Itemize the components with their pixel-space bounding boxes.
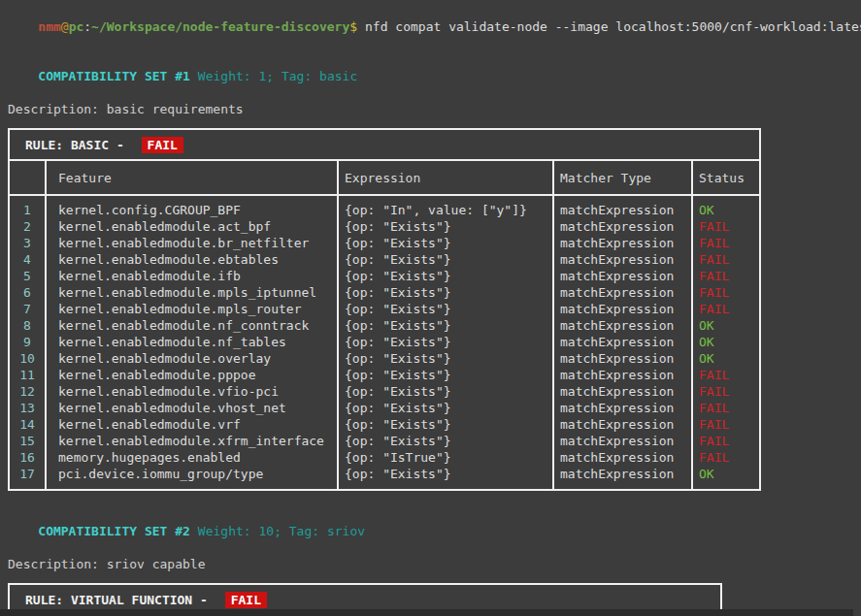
matcher-cell: matchExpression <box>552 334 691 350</box>
expression-cell: {op: "IsTrue"} <box>337 449 552 466</box>
expression-cell: {op: "Exists"} <box>337 218 552 235</box>
status-cell: FAIL <box>691 416 759 433</box>
column-divider <box>691 161 693 489</box>
table-row: 8 kernel.enabledmodule.nf_conntrack {op:… <box>10 317 759 334</box>
expression-cell: {op: "Exists"} <box>337 235 552 251</box>
table-row: 2 kernel.enabledmodule.act_bpf {op: "Exi… <box>10 218 759 235</box>
matcher-cell: matchExpression <box>552 268 691 284</box>
status-cell: OK <box>691 317 759 334</box>
matcher-cell: matchExpression <box>552 218 691 235</box>
table-row: 14 kernel.enabledmodule.vrf {op: "Exists… <box>10 416 759 433</box>
table-grid: Feature Expression Matcher Type Status 1… <box>10 161 759 489</box>
status-cell: FAIL <box>691 251 759 268</box>
row-number-cell: 6 <box>10 284 45 301</box>
matcher-cell: matchExpression <box>552 466 691 482</box>
feature-cell: kernel.enabledmodule.vhost_net <box>45 400 337 416</box>
row-number-cell: 7 <box>10 301 45 317</box>
prompt-line: nmm@pc:~/Workspace/node-feature-discover… <box>8 2 861 51</box>
row-number-cell: 10 <box>10 350 45 367</box>
expression-cell: {op: "Exists"} <box>337 284 552 301</box>
feature-cell: kernel.config.CGROUP_BPF <box>45 202 337 218</box>
expression-cell: {op: "Exists"} <box>337 466 552 482</box>
header-feature: Feature <box>45 171 337 185</box>
table-body: 1 kernel.config.CGROUP_BPF {op: "In", va… <box>10 196 759 489</box>
feature-cell: memory.hugepages.enabled <box>45 449 337 466</box>
expression-cell: {op: "In", value: ["y"]} <box>337 202 552 218</box>
feature-cell: kernel.enabledmodule.mpls_iptunnel <box>45 284 337 301</box>
status-cell: FAIL <box>691 383 759 400</box>
table-row: 3 kernel.enabledmodule.br_netfilter {op:… <box>10 235 759 251</box>
terminal[interactable]: nmm@pc:~/Workspace/node-feature-discover… <box>0 0 861 616</box>
matcher-cell: matchExpression <box>552 317 691 334</box>
row-number-cell: 17 <box>10 466 45 482</box>
feature-cell: kernel.enabledmodule.br_netfilter <box>45 235 337 251</box>
status-cell: OK <box>691 202 759 218</box>
matcher-cell: matchExpression <box>552 383 691 400</box>
rule-status-badge: FAIL <box>142 137 183 153</box>
matcher-cell: matchExpression <box>552 284 691 301</box>
set2-description: Description: sriov capable <box>8 556 861 572</box>
prompt-user: nmm <box>38 19 60 34</box>
expression-cell: {op: "Exists"} <box>337 350 552 367</box>
table-row: 6 kernel.enabledmodule.mpls_iptunnel {op… <box>10 284 759 301</box>
set1-title: COMPATIBILITY SET #1 <box>38 69 190 83</box>
prompt-path: ~/Workspace/node-feature-discovery <box>91 19 349 34</box>
feature-cell: kernel.enabledmodule.nf_conntrack <box>45 317 337 334</box>
expression-cell: {op: "Exists"} <box>337 301 552 317</box>
table-row: 7 kernel.enabledmodule.mpls_router {op: … <box>10 301 759 317</box>
feature-cell: kernel.enabledmodule.ifb <box>45 268 337 284</box>
feature-cell: kernel.enabledmodule.act_bpf <box>45 218 337 235</box>
prompt-dollar: $ <box>349 19 357 34</box>
row-number-cell: 12 <box>10 383 45 400</box>
feature-cell: kernel.enabledmodule.nf_tables <box>45 334 337 350</box>
set1-heading: COMPATIBILITY SET #1Weight: 1; Tag: basi… <box>8 51 861 101</box>
prompt-at-symbol: @ <box>61 19 69 34</box>
feature-cell: kernel.enabledmodule.ebtables <box>45 251 337 268</box>
status-cell: FAIL <box>691 400 759 416</box>
header-status: Status <box>691 171 759 185</box>
status-cell: FAIL <box>691 235 759 251</box>
status-cell: FAIL <box>691 218 759 235</box>
matcher-cell: matchExpression <box>552 235 691 251</box>
matcher-cell: matchExpression <box>552 301 691 317</box>
expression-cell: {op: "Exists"} <box>337 268 552 284</box>
matcher-cell: matchExpression <box>552 416 691 433</box>
status-cell: FAIL <box>691 433 759 449</box>
row-number-cell: 9 <box>10 334 45 350</box>
prompt-colon: : <box>83 19 91 34</box>
row-number-cell: 8 <box>10 317 45 334</box>
expression-cell: {op: "Exists"} <box>337 416 552 433</box>
prompt-host: pc <box>69 19 84 34</box>
table-row: 1 kernel.config.CGROUP_BPF {op: "In", va… <box>10 202 759 218</box>
header-matcher: Matcher Type <box>552 171 691 185</box>
row-number-cell: 13 <box>10 400 45 416</box>
table-row: 5 kernel.enabledmodule.ifb {op: "Exists"… <box>10 268 759 284</box>
rule-table-basic: RULE: BASIC - FAIL Feature Expression Ma… <box>8 128 761 491</box>
header-expression: Expression <box>337 171 552 185</box>
status-cell: FAIL <box>691 268 759 284</box>
table-row: 4 kernel.enabledmodule.ebtables {op: "Ex… <box>10 251 759 268</box>
status-cell: FAIL <box>691 449 759 466</box>
feature-cell: kernel.enabledmodule.vrf <box>45 416 337 433</box>
table-header-row: Feature Expression Matcher Type Status <box>10 161 759 196</box>
column-divider <box>552 161 554 489</box>
feature-cell: kernel.enabledmodule.xfrm_interface <box>45 433 337 449</box>
row-number-cell: 14 <box>10 416 45 433</box>
table-row: 10 kernel.enabledmodule.overlay {op: "Ex… <box>10 350 759 367</box>
expression-cell: {op: "Exists"} <box>337 367 552 383</box>
expression-cell: {op: "Exists"} <box>337 334 552 350</box>
row-number-cell: 16 <box>10 449 45 466</box>
set1-description: Description: basic requirements <box>8 101 861 117</box>
feature-cell: kernel.enabledmodule.overlay <box>45 350 337 367</box>
status-cell: OK <box>691 350 759 367</box>
set2-heading: COMPATIBILITY SET #2Weight: 10; Tag: sri… <box>8 506 861 556</box>
rule-label: RULE: VIRTUAL FUNCTION - <box>25 593 215 607</box>
matcher-cell: matchExpression <box>552 350 691 367</box>
matcher-cell: matchExpression <box>552 251 691 268</box>
set2-title: COMPATIBILITY SET #2 <box>38 524 190 538</box>
table-row: 11 kernel.enabledmodule.pppoe {op: "Exis… <box>10 367 759 383</box>
status-cell: OK <box>691 466 759 482</box>
matcher-cell: matchExpression <box>552 367 691 383</box>
feature-cell: kernel.enabledmodule.vfio-pci <box>45 383 337 400</box>
row-number-cell: 2 <box>10 218 45 235</box>
